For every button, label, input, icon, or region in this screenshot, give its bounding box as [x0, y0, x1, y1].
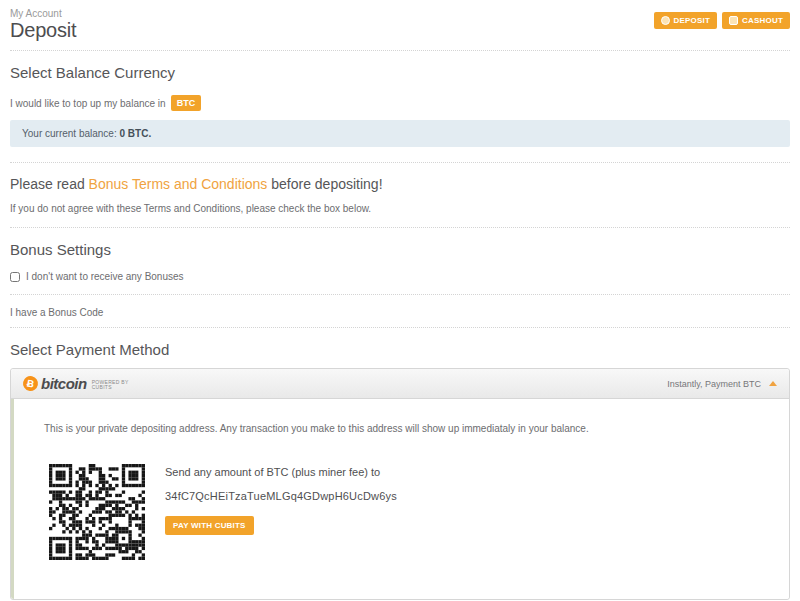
divider	[10, 162, 790, 163]
payment-section-heading: Select Payment Method	[10, 341, 790, 358]
pay-with-cubits-button[interactable]: PAY WITH CUBITS	[165, 516, 254, 535]
panel-status-text: Instantly, Payment BTC	[667, 379, 761, 389]
bonus-terms-link[interactable]: Bonus Terms and Conditions	[89, 176, 268, 192]
send-column: Send any amount of BTC (plus miner fee) …	[165, 464, 397, 535]
terms-before: Please read	[10, 176, 89, 192]
cashout-button-label: CASHOUT	[742, 16, 783, 25]
cashout-button[interactable]: CASHOUT	[722, 12, 790, 29]
cash-icon	[729, 16, 738, 25]
bitcoin-logo-icon: Ƀ	[22, 375, 40, 393]
page-header: My Account Deposit DEPOSIT CASHOUT	[10, 8, 790, 41]
divider	[10, 294, 790, 295]
bonus-code-toggle[interactable]: I have a Bonus Code	[10, 307, 790, 318]
terms-after: before depositing!	[267, 176, 382, 192]
currency-badge[interactable]: BTC	[171, 95, 202, 111]
collapse-arrow-icon[interactable]	[769, 381, 777, 386]
balance-label: Your current balance:	[22, 128, 117, 139]
panel-status: Instantly, Payment BTC	[667, 379, 777, 389]
terms-note: If you do not agree with these Terms and…	[10, 203, 790, 214]
powered-by-cubits-label: POWERED BY CUBITS	[92, 380, 129, 390]
balance-section-heading: Select Balance Currency	[10, 64, 790, 81]
terms-line: Please read Bonus Terms and Conditions b…	[10, 176, 790, 192]
deposit-button[interactable]: DEPOSIT	[654, 12, 718, 29]
bitcoin-brand: Ƀ bitcoin POWERED BY CUBITS	[23, 375, 129, 392]
page-title-block: My Account Deposit	[10, 8, 76, 41]
no-bonus-checkbox[interactable]	[10, 272, 20, 282]
topup-text: I would like to top up my balance in	[10, 98, 166, 109]
send-instruction: Send any amount of BTC (plus miner fee) …	[165, 466, 397, 478]
header-buttons: DEPOSIT CASHOUT	[654, 12, 791, 29]
bitcoin-payment-panel: Ƀ bitcoin POWERED BY CUBITS Instantly, P…	[10, 368, 790, 600]
deposit-button-label: DEPOSIT	[674, 16, 711, 25]
no-bonus-label: I don't want to receive any Bonuses	[26, 271, 184, 282]
topup-row: I would like to top up my balance in BTC	[10, 95, 790, 111]
deposit-page: My Account Deposit DEPOSIT CASHOUT Selec…	[0, 0, 800, 600]
no-bonus-row: I don't want to receive any Bonuses	[10, 271, 790, 282]
bitcoin-panel-header[interactable]: Ƀ bitcoin POWERED BY CUBITS Instantly, P…	[11, 369, 789, 399]
divider	[10, 227, 790, 228]
divider	[10, 327, 790, 328]
bitcoin-panel-body: This is your private depositing address.…	[11, 399, 789, 599]
page-title: Deposit	[10, 19, 76, 41]
deposit-grid: Send any amount of BTC (plus miner fee) …	[44, 464, 769, 560]
deposit-description: This is your private depositing address.…	[44, 423, 769, 434]
breadcrumb: My Account	[10, 8, 76, 19]
bitcoin-address: 34fC7QcHEiTzaTueMLGq4GDwpH6UcDw6ys	[165, 490, 397, 502]
bonus-section-heading: Bonus Settings	[10, 241, 790, 258]
bitcoin-brand-name: bitcoin	[41, 375, 87, 392]
coin-icon	[661, 16, 670, 25]
qr-code	[49, 464, 145, 560]
divider	[10, 50, 790, 51]
balance-info-box: Your current balance: 0 BTC.	[10, 120, 790, 147]
balance-value: 0 BTC.	[119, 128, 151, 139]
